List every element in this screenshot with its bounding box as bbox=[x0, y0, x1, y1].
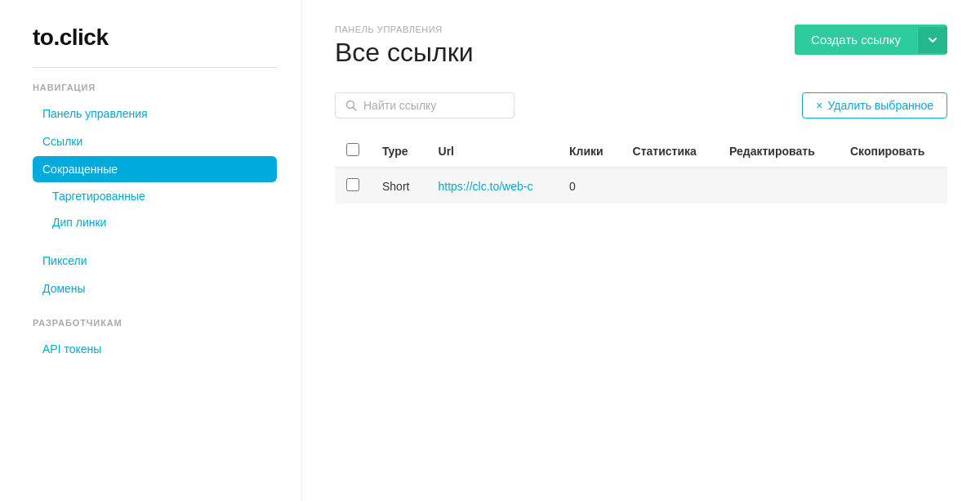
sidebar-item-targeted[interactable]: Таргетированные bbox=[33, 184, 277, 208]
sidebar-item-pixels[interactable]: Пиксели bbox=[33, 248, 277, 274]
row-stats bbox=[621, 168, 718, 204]
sidebar-item-dashboard[interactable]: Панель управления bbox=[33, 101, 277, 127]
sidebar-item-deep[interactable]: Дип линки bbox=[33, 210, 277, 235]
row-url: https://clc.to/web-c bbox=[427, 168, 558, 204]
main-content: ПАНЕЛЬ УПРАВЛЕНИЯ Все ссылки Создать ссы… bbox=[302, 0, 980, 501]
create-link-button[interactable]: Создать ссылку bbox=[795, 25, 947, 55]
row-url-link[interactable]: https://clc.to/web-c bbox=[439, 180, 533, 193]
col-type: Type bbox=[371, 135, 427, 168]
nav-group-links: Панель управления Ссылки Сокращенные Тар… bbox=[33, 101, 277, 235]
sidebar-item-domains[interactable]: Домены bbox=[33, 275, 277, 302]
table-header-row: Type Url Клики Статистика Редактировать … bbox=[335, 135, 947, 168]
row-copy bbox=[839, 168, 947, 204]
search-input[interactable] bbox=[363, 99, 504, 112]
table-row: Short https://clc.to/web-c 0 bbox=[335, 168, 947, 204]
nav-section-dev-label: РАЗРАБОТЧИКАМ bbox=[33, 318, 277, 328]
col-edit: Редактировать bbox=[718, 135, 839, 168]
create-button-arrow[interactable] bbox=[917, 27, 947, 53]
nav-section-dev: РАЗРАБОТЧИКАМ API токены bbox=[33, 318, 277, 362]
nav-section-main-label: НАВИГАЦИЯ bbox=[33, 83, 277, 92]
col-clicks: Клики bbox=[558, 135, 621, 168]
search-icon bbox=[345, 100, 357, 111]
delete-icon: × bbox=[816, 99, 822, 112]
links-table: Type Url Клики Статистика Редактировать … bbox=[335, 135, 947, 204]
row-checkbox[interactable] bbox=[346, 178, 359, 191]
sidebar: to.click НАВИГАЦИЯ Панель управления Ссы… bbox=[0, 0, 302, 501]
sidebar-item-short[interactable]: Сокращенные bbox=[33, 156, 277, 182]
breadcrumb: ПАНЕЛЬ УПРАВЛЕНИЯ bbox=[335, 25, 474, 34]
sidebar-item-links[interactable]: Ссылки bbox=[33, 128, 277, 154]
main-header: ПАНЕЛЬ УПРАВЛЕНИЯ Все ссылки Создать ссы… bbox=[335, 25, 947, 92]
col-stats: Статистика bbox=[621, 135, 718, 168]
page-title: Все ссылки bbox=[335, 38, 474, 68]
col-checkbox bbox=[335, 135, 371, 168]
col-url: Url bbox=[427, 135, 558, 168]
sidebar-divider bbox=[33, 67, 277, 68]
nav-section-main: НАВИГАЦИЯ Панель управления Ссылки Сокра… bbox=[33, 83, 277, 302]
toolbar: × Удалить выбранное bbox=[335, 92, 947, 119]
logo[interactable]: to.click bbox=[33, 25, 277, 51]
delete-button-label: Удалить выбранное bbox=[828, 99, 933, 112]
chevron-down-icon bbox=[928, 35, 938, 45]
create-button-label: Создать ссылку bbox=[795, 25, 917, 55]
title-area: ПАНЕЛЬ УПРАВЛЕНИЯ Все ссылки bbox=[335, 25, 474, 92]
sidebar-item-api[interactable]: API токены bbox=[33, 336, 277, 362]
search-wrapper[interactable] bbox=[335, 92, 514, 119]
col-copy: Скопировать bbox=[839, 135, 947, 168]
svg-line-1 bbox=[354, 108, 357, 111]
row-type: Short bbox=[371, 168, 427, 204]
row-clicks: 0 bbox=[558, 168, 621, 204]
delete-selected-button[interactable]: × Удалить выбранное bbox=[802, 92, 947, 119]
table-header: Type Url Клики Статистика Редактировать … bbox=[335, 135, 947, 168]
table-body: Short https://clc.to/web-c 0 bbox=[335, 168, 947, 204]
row-checkbox-cell bbox=[335, 168, 371, 204]
select-all-checkbox[interactable] bbox=[346, 143, 359, 156]
row-edit bbox=[718, 168, 839, 204]
